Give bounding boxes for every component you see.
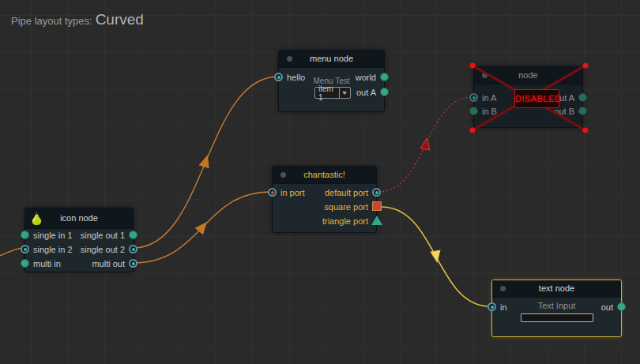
port-single-out-1-label: single out 1 — [81, 230, 125, 241]
node-menu[interactable]: menu node hello world out A Menu Test it… — [278, 50, 385, 112]
pipe-arrow-icon — [200, 155, 213, 168]
port-out-a-label: out A — [356, 87, 376, 98]
port-single-out-2[interactable] — [129, 245, 137, 253]
port-default-label: default port — [325, 187, 368, 198]
port-square[interactable] — [372, 201, 382, 211]
node-menu-title-text: menu node — [310, 54, 353, 63]
text-widget-label: Text Input — [492, 301, 621, 310]
port-single-out-2-label: single out 2 — [81, 244, 125, 255]
menu-dropdown[interactable]: item 1 — [314, 87, 351, 99]
pipe-arrow-icon — [420, 137, 431, 150]
port-multi-out[interactable] — [129, 259, 137, 268]
node-menu-title: menu node — [279, 51, 384, 68]
port-row: default port — [273, 187, 376, 198]
node-chantastic-title: chantastic! — [273, 167, 376, 184]
port-single-out-1[interactable] — [129, 231, 137, 239]
node-disabled[interactable]: node in A in B out A out B DISABLED — [473, 66, 583, 128]
port-triangle[interactable] — [371, 216, 382, 225]
port-row: square port — [273, 201, 376, 212]
port-square-label: square port — [324, 201, 368, 212]
node-icon-title-text: icon node — [60, 213, 98, 223]
node-icon-placeholder — [287, 56, 292, 62]
node-chantastic[interactable]: chantastic! in port default port square … — [272, 166, 377, 233]
node-icon-node[interactable]: 🍐 icon node single in 1 single in 2 mult… — [24, 208, 134, 272]
node-graph-canvas[interactable]: Pipe layout types:Curved menu node hello… — [0, 0, 640, 364]
port-out-a[interactable] — [380, 88, 389, 96]
port-row: single out 2 — [25, 244, 133, 255]
menu-dropdown-button[interactable] — [339, 88, 350, 98]
pear-icon: 🍐 — [29, 208, 44, 228]
text-input-field[interactable] — [521, 313, 593, 322]
node-text-title: text node — [492, 280, 621, 298]
pipe-arrow-icon — [431, 250, 442, 263]
port-default[interactable] — [372, 188, 381, 197]
node-text[interactable]: text node in out Text Input — [491, 280, 622, 337]
port-row: multi out — [25, 258, 133, 269]
chevron-down-icon — [342, 92, 347, 95]
disabled-badge: DISABLED — [514, 89, 559, 108]
node-icon-placeholder — [280, 172, 286, 178]
port-triangle-label: triangle port — [322, 216, 368, 227]
node-icon-title: 🍐 icon node — [25, 208, 133, 229]
node-icon-placeholder — [500, 286, 506, 291]
port-multi-out-label: multi out — [92, 258, 125, 269]
menu-dropdown-value: item 1 — [315, 84, 339, 102]
node-chantastic-title-text: chantastic! — [303, 170, 345, 179]
port-row: single out 1 — [25, 230, 133, 241]
node-text-title-text: text node — [539, 283, 574, 293]
port-row: triangle port — [273, 216, 376, 227]
